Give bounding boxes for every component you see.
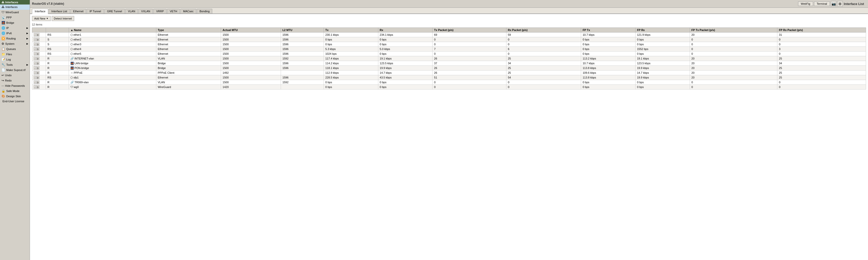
terminal-button[interactable]: Terminal [814, 1, 830, 6]
col-header-tx[interactable]: Tx [323, 28, 378, 32]
row-name[interactable]: ⬡ether1 [69, 32, 156, 37]
table-row[interactable]: -DR↔️PPPoEPPPoE Client1492112.9 kbps14.7… [32, 70, 866, 75]
tab-macsec[interactable]: MACsec [180, 9, 196, 13]
col-header-rx[interactable]: Rx [378, 28, 433, 32]
minus-btn[interactable]: - [34, 42, 36, 46]
row-name[interactable]: ↔️PPPoE [69, 70, 156, 75]
minus-btn[interactable]: - [34, 71, 36, 75]
row-type: VLAN [156, 80, 221, 85]
minus-btn[interactable]: - [34, 81, 36, 84]
winbox-button[interactable]: ⊞ [837, 1, 843, 6]
col-header-type[interactable]: Type [156, 28, 221, 32]
sidebar-item-interfaces[interactable]: 🖧 Interfaces [0, 4, 30, 10]
col-header-fp-rx[interactable]: FP Rx [635, 28, 690, 32]
minus-btn[interactable]: - [34, 61, 36, 65]
col-header-fp-tx[interactable]: FP Tx [581, 28, 636, 32]
d-btn[interactable]: D [36, 42, 39, 46]
tab-vlan[interactable]: VLAN [125, 9, 138, 13]
tab-vrrp[interactable]: VRRP [153, 9, 166, 13]
table-row[interactable]: -DS⬡ether2Ethernet150015960 bps0 bps000 … [32, 37, 866, 42]
col-header-rx-packet[interactable]: Rx Packet (p/s) [506, 28, 581, 32]
add-new-button[interactable]: Add New ▼ [32, 16, 51, 21]
d-btn[interactable]: D [36, 57, 39, 60]
minus-btn[interactable]: - [34, 57, 36, 60]
sidebar-item-tools[interactable]: 🔧 Tools ▶ [0, 62, 30, 67]
col-header-actual-mtu[interactable]: Actual MTU [221, 28, 281, 32]
minus-btn[interactable]: - [34, 85, 36, 89]
sidebar-item-system[interactable]: ⚙ System ▶ [0, 41, 30, 47]
sidebar-item-ip[interactable]: 🌐 IP ▶ [0, 26, 30, 31]
row-name[interactable]: ⬡sfp1 [69, 75, 156, 80]
row-name[interactable]: 🛡wg0 [69, 85, 156, 89]
tab-ip-tunnel[interactable]: IP Tunnel [87, 9, 104, 13]
row-name[interactable]: ⬡ether4 [69, 47, 156, 52]
col-header-name[interactable]: ▲ Name [69, 28, 156, 32]
row-name[interactable]: 🔗TR069-vlan [69, 80, 156, 85]
sidebar-item-end-user[interactable]: End-User License [0, 99, 30, 104]
col-header-ctrl[interactable] [32, 28, 46, 32]
d-btn[interactable]: D [36, 85, 39, 89]
table-row[interactable]: -DRS⬡ether1Ethernet15001596230.1 kbps234… [32, 32, 866, 37]
sidebar-item-hide-passwords[interactable]: ··· Hide Passwords [0, 83, 30, 88]
screenshot-button[interactable]: 📷 [831, 1, 836, 6]
tab-interface[interactable]: Interface [32, 9, 48, 14]
minus-btn[interactable]: - [34, 66, 36, 70]
tab-interface-list[interactable]: Interface List [49, 9, 70, 13]
d-btn[interactable]: D [36, 33, 39, 36]
table-row[interactable]: -DS⬡ether3Ethernet150015960 bps0 bps000 … [32, 42, 866, 47]
sidebar-item-queues[interactable]: 📋 Queues [0, 47, 30, 52]
tab-gre-tunnel[interactable]: GRE Tunnel [104, 9, 125, 13]
sidebar-item-files[interactable]: 📁 Files [0, 52, 30, 57]
d-btn[interactable]: D [36, 61, 39, 65]
minus-btn[interactable]: - [34, 76, 36, 79]
d-btn[interactable]: D [36, 52, 39, 56]
minus-btn[interactable]: - [34, 47, 36, 51]
minus-btn[interactable]: - [34, 52, 36, 56]
d-btn[interactable]: D [36, 47, 39, 51]
table-row[interactable]: -DR🛡wg0WireGuard14200 bps0 bps000 bps0 b… [32, 85, 866, 89]
table-row[interactable]: -DRS⬡sfp1Ethernet15001596228.5 kbps43.5 … [32, 75, 866, 80]
tab-vxlan[interactable]: VXLAN [138, 9, 153, 13]
table-row[interactable]: -DRS⬡ether5Ethernet150015961024 bps0 bps… [32, 52, 866, 56]
sidebar-item-bridge[interactable]: 🌉 Bridge [0, 20, 30, 26]
row-name[interactable]: ⬡ether5 [69, 52, 156, 56]
sidebar-item-log[interactable]: 📝 Log [0, 57, 30, 62]
d-btn[interactable]: D [36, 38, 39, 41]
minus-btn[interactable]: - [34, 38, 36, 41]
row-name[interactable]: 🌉PON-bridge [69, 66, 156, 70]
d-btn[interactable]: D [36, 81, 39, 84]
table-row[interactable]: -DR🌉LAN-bridgeBridge15001596114.2 kbps12… [32, 61, 866, 66]
d-btn[interactable]: D [36, 71, 39, 75]
col-header-tx-packet[interactable]: Tx Packet (p/s) [433, 28, 506, 32]
col-header-l2-mtu[interactable]: L2 MTU [281, 28, 323, 32]
table-row[interactable]: -DR🌉PON-bridgeBridge15001596118.1 kbps19… [32, 66, 866, 70]
d-btn[interactable]: D [36, 76, 39, 79]
row-name[interactable]: 🔗INTERNET-vlan [69, 56, 156, 61]
sidebar-item-undo[interactable]: ↩ Undo [0, 73, 30, 78]
sidebar-item-redo[interactable]: ↪ Redo [0, 78, 30, 83]
tab-veth[interactable]: VETH [167, 9, 180, 13]
minus-btn[interactable]: - [34, 33, 36, 36]
sidebar-item-make-supout[interactable]: 📄 Make Supout.rif [0, 67, 30, 73]
tab-ethernet[interactable]: Ethernet [70, 9, 86, 13]
webfig-button[interactable]: WebFig [798, 1, 813, 6]
sidebar-item-ppp[interactable]: 📡 PPP [0, 15, 30, 20]
row-tx: 228.5 kbps [323, 75, 378, 80]
row-name[interactable]: ⬡ether3 [69, 42, 156, 47]
col-header-flags[interactable] [46, 28, 69, 32]
sidebar-item-design-skin[interactable]: 🎨 Design Skin [0, 94, 30, 99]
sidebar-item-wireguard[interactable]: 🛡 WireGuard [0, 10, 30, 15]
sidebar-item-safe-mode[interactable]: 🔒 Safe Mode [0, 88, 30, 94]
sidebar-item-routing[interactable]: 🔀 Routing ▶ [0, 36, 30, 41]
table-row[interactable]: -DR🔗INTERNET-vlanVLAN15001592117.4 kbps1… [32, 56, 866, 61]
col-header-fp-rx-packet[interactable]: FP Rx Packet (p/s) [777, 28, 866, 32]
row-name[interactable]: ⬡ether2 [69, 37, 156, 42]
detect-internet-button[interactable]: Detect Internet [52, 16, 74, 21]
col-header-fp-tx-packet[interactable]: FP Tx Packet (p/s) [690, 28, 777, 32]
table-row[interactable]: -DR🔗TR069-vlanVLAN150015920 bps0 bps000 … [32, 80, 866, 85]
row-name[interactable]: 🌉LAN-bridge [69, 61, 156, 66]
tab-bonding[interactable]: Bonding [197, 9, 212, 13]
sidebar-item-ipv6[interactable]: 🌐 IPv6 ▶ [0, 31, 30, 36]
d-btn[interactable]: D [36, 66, 39, 70]
table-row[interactable]: -DRS⬡ether4Ethernet150015965.3 kbps5.0 k… [32, 47, 866, 52]
